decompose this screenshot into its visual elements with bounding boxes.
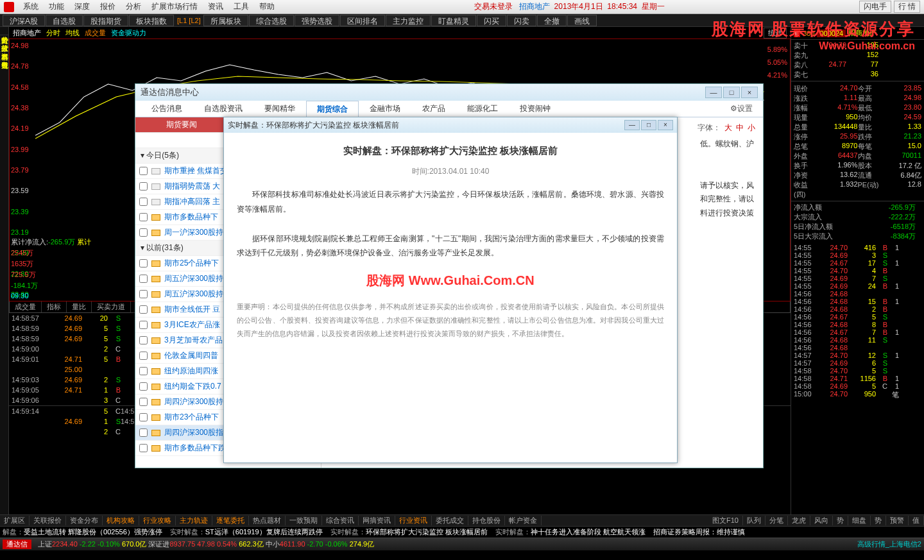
tab-comp-pick[interactable]: 综合选股 <box>249 15 294 26</box>
bottom-right-tab[interactable]: 预警 <box>886 516 909 525</box>
subtab-futures-news[interactable]: 期货要闻 <box>135 117 228 132</box>
category-tab[interactable]: 农产品 <box>411 100 456 117</box>
item-checkbox[interactable] <box>139 259 148 267</box>
bottom-right-tab[interactable]: 值 <box>909 516 924 525</box>
category-tab[interactable]: 期货综合 <box>306 101 359 117</box>
bottom-right-tab[interactable]: 势 <box>871 516 886 525</box>
category-tab[interactable]: 投资闹钟 <box>509 100 561 117</box>
item-checkbox[interactable] <box>139 367 148 375</box>
leftnav-fundamental[interactable]: 基本资料 <box>0 44 10 52</box>
menu-analyze[interactable]: 分析 <box>121 1 146 12</box>
item-checkbox[interactable] <box>139 305 148 314</box>
tab-cancel-all[interactable]: 全撤 <box>537 15 567 26</box>
item-checkbox[interactable] <box>139 444 148 452</box>
news-item[interactable]: 实时解盘：环保部称将扩大污染监控 板块涨幅居前 <box>330 527 488 537</box>
menu-system[interactable]: 系统 <box>18 1 44 12</box>
msgcenter-min-button[interactable]: — <box>705 87 722 98</box>
category-tab[interactable]: 公告消息 <box>141 100 193 117</box>
bottom-tab[interactable]: 委托成交 <box>432 516 468 525</box>
tab-hs-a[interactable]: 沪深A股 <box>3 15 45 26</box>
bottom-tab[interactable]: 综合资讯 <box>322 516 359 525</box>
bottom-tab[interactable]: 资金分布 <box>66 516 103 525</box>
article-titlebar[interactable]: 实时解盘：环保部称将扩大污染监控 板块涨幅居前 — □ × <box>224 117 677 133</box>
chart-mode-ma[interactable]: 均线 <box>65 28 80 38</box>
tab-watchlist[interactable]: 自选股 <box>46 15 83 26</box>
item-checkbox[interactable] <box>139 428 148 437</box>
item-checkbox[interactable] <box>139 182 148 191</box>
subtab-volratio[interactable]: 量比 <box>67 301 92 312</box>
bottom-right-tab[interactable]: 细盘 <box>848 516 871 525</box>
news-item[interactable]: 实时解盘：ST远洋（601919）复牌后连续两跌停 <box>170 527 323 537</box>
article-min-button[interactable]: — <box>624 120 640 130</box>
bottom-right-tab[interactable]: 队列 <box>743 516 766 525</box>
msgcenter-max-button[interactable]: □ <box>723 87 740 98</box>
item-checkbox[interactable] <box>139 228 148 237</box>
category-tab[interactable]: 能源化工 <box>456 100 509 117</box>
article-close-button[interactable]: × <box>658 120 673 130</box>
menu-info[interactable]: 资讯 <box>203 1 228 12</box>
bottom-right-tab[interactable]: 龙虎 <box>788 516 810 525</box>
subtab-volume[interactable]: 成交量 <box>10 301 42 312</box>
bottom-tab[interactable]: 帐户资金 <box>505 516 542 525</box>
tab-range-rank[interactable]: 区间排名 <box>340 15 385 26</box>
tab-sector-index[interactable]: 板块指数 <box>129 15 174 26</box>
category-tab[interactable]: 自选股资讯 <box>193 100 253 117</box>
item-checkbox[interactable] <box>139 321 148 329</box>
msgcenter-titlebar[interactable]: 通达信消息中心 — □ × <box>135 84 763 101</box>
tab-main-monitor[interactable]: 主力监控 <box>386 15 431 26</box>
tab-draw-line[interactable]: 画线 <box>567 15 597 26</box>
item-checkbox[interactable] <box>139 336 148 344</box>
bottom-tab[interactable]: 机构攻略 <box>103 516 139 525</box>
tab-index-futures[interactable]: 股指期货 <box>83 15 128 26</box>
article-max-button[interactable]: □ <box>641 120 656 130</box>
news-item[interactable]: 解盘：受益土地流转 辉隆股份（002556）强势涨停 <box>3 527 162 537</box>
chart-mode-intraday[interactable]: 分时 <box>46 28 60 38</box>
menu-depth[interactable]: 深度 <box>69 1 95 12</box>
menu-help[interactable]: 帮助 <box>254 1 280 12</box>
bottom-tab[interactable]: 行业攻略 <box>139 516 176 525</box>
chart-mode-vol[interactable]: 成交量 <box>85 28 106 38</box>
category-tab[interactable]: 要闻精华 <box>253 100 306 117</box>
connection-label[interactable]: 高级行情_上海电信2 <box>857 539 921 549</box>
font-medium[interactable]: 中 <box>736 123 744 133</box>
bottom-tab[interactable]: 关联报价 <box>30 516 66 525</box>
bottom-tab[interactable]: 一致预期 <box>286 516 322 525</box>
msgcenter-close-button[interactable]: × <box>741 87 758 98</box>
item-checkbox[interactable] <box>139 413 148 421</box>
subtab-bs-power[interactable]: 买卖力道 <box>92 301 131 312</box>
item-checkbox[interactable] <box>139 213 148 221</box>
leftnav-technical[interactable]: 技术分析 <box>0 35 10 44</box>
menu-tools[interactable]: 工具 <box>228 1 254 12</box>
chart-mode-capital[interactable]: 资金驱动力 <box>111 28 146 38</box>
bottom-tab[interactable]: 行业资讯 <box>395 516 432 525</box>
item-checkbox[interactable] <box>139 398 148 406</box>
chart-stats-button[interactable]: 统计 <box>764 28 787 38</box>
bottom-right-tab[interactable]: 分笔 <box>766 516 788 525</box>
bottom-tab[interactable]: 热点题材 <box>249 516 286 525</box>
menu-quote[interactable]: 报价 <box>95 1 121 12</box>
bottom-tab[interactable]: 逐笔委托 <box>212 516 249 525</box>
tab-strong-pick[interactable]: 强势选股 <box>295 15 339 26</box>
bottom-tab[interactable]: 主力轨迹 <box>176 516 212 525</box>
tab-flash-sell[interactable]: 闪卖 <box>507 15 536 26</box>
tab-flash-buy[interactable]: 闪买 <box>477 15 506 26</box>
font-large[interactable]: 大 <box>724 123 732 133</box>
bottom-tab[interactable]: 扩展区 <box>0 516 30 525</box>
bottom-tab[interactable]: 持仓股份 <box>468 516 505 525</box>
item-checkbox[interactable] <box>139 382 148 391</box>
quotes-button[interactable]: 行 情 <box>894 1 920 13</box>
item-checkbox[interactable] <box>139 275 148 283</box>
leftnav-financial[interactable]: 财务透视 <box>0 52 10 60</box>
stock-code[interactable]: 000024 <box>817 30 846 37</box>
leftnav-intraday[interactable]: 分时走势 <box>0 27 10 35</box>
item-checkbox[interactable] <box>139 290 148 298</box>
category-tab[interactable]: 金融市场 <box>359 100 411 117</box>
item-checkbox[interactable] <box>139 198 148 206</box>
article-dialog[interactable]: 实时解盘：环保部称将扩大污染监控 板块涨幅居前 — □ × 实时解盘：环保部称将… <box>223 117 678 463</box>
subtab-indicator[interactable]: 指标 <box>42 301 67 312</box>
tab-watch-genie[interactable]: 盯盘精灵 <box>431 15 476 26</box>
item-checkbox[interactable] <box>139 352 148 360</box>
news-item[interactable]: 招商证券策略周报：维持谨慎 <box>653 527 745 537</box>
tab-belong-sector[interactable]: 所属板块 <box>203 15 248 26</box>
menu-function[interactable]: 功能 <box>44 1 69 12</box>
